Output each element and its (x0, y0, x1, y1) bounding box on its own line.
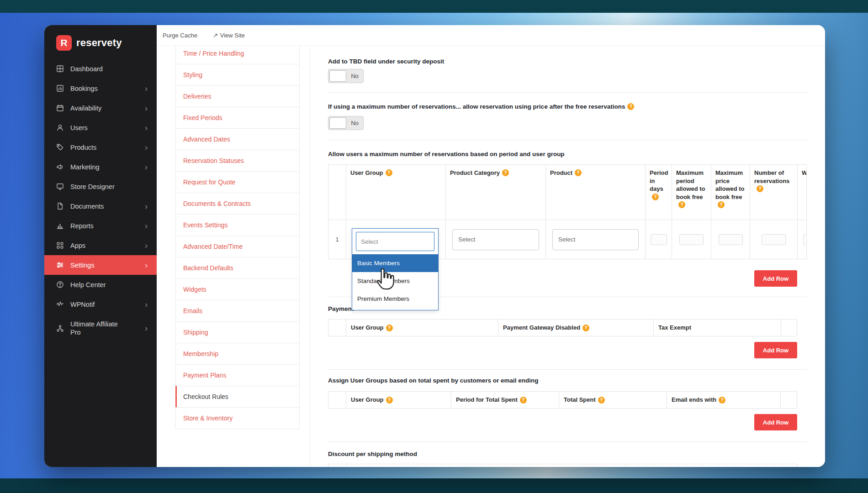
body-row: Time / Price Handling Styling Deliveries… (157, 46, 825, 467)
settings-menu-item-fixed-periods[interactable]: Fixed Periods (175, 107, 300, 129)
purge-cache-link[interactable]: Purge Cache (163, 32, 197, 39)
number-of-reservations-cell (750, 220, 797, 259)
header-cell-product-category: Product Category? (445, 165, 545, 220)
add-row-button[interactable]: Add Row (754, 342, 797, 358)
settings-menu-item-advanced-date-time[interactable]: Advanced Date/Time (175, 236, 300, 257)
sidebar-item-store-designer[interactable]: Store Designer (44, 177, 157, 196)
help-icon[interactable]: ? (757, 185, 763, 192)
documents-icon (56, 202, 64, 210)
header-cell-discount-amount: Discount Amount? (625, 464, 797, 467)
settings-menu-item-payment-plans[interactable]: Payment Plans (175, 364, 300, 386)
settings-menu-item-styling[interactable]: Styling (175, 64, 300, 86)
settings-menu-item-deliveries[interactable]: Deliveries (175, 85, 300, 107)
settings-menu-item-request-for-quote[interactable]: Request for Quote (175, 171, 300, 193)
sidebar-item-apps[interactable]: Apps › (44, 236, 157, 255)
free-reservations-heading: If using a maximum number of reservation… (328, 103, 807, 110)
sidebar-item-label: Dashboard (70, 65, 103, 73)
view-site-label: View Site (220, 32, 245, 39)
truncated-input[interactable] (803, 234, 806, 245)
help-icon[interactable]: ? (520, 397, 527, 404)
settings-menu-item-time-price-handling[interactable]: Time / Price Handling (175, 46, 300, 64)
discount-shipping-heading: Discount per shipping method (328, 450, 807, 458)
sidebar-item-help-center[interactable]: Help Center (44, 275, 157, 294)
chevron-right-icon: › (145, 163, 148, 171)
max-period-input[interactable] (679, 234, 704, 245)
add-row-button[interactable]: Add Row (754, 270, 797, 287)
sidebar-item-products[interactable]: Products › (44, 137, 157, 157)
help-icon[interactable]: ? (627, 103, 634, 110)
add-row-button[interactable]: Add Row (754, 414, 797, 430)
sidebar-item-wpnotif[interactable]: WPNotif › (44, 294, 157, 314)
chevron-right-icon: › (145, 202, 148, 210)
period-in-days-cell (645, 220, 672, 259)
view-site-link[interactable]: ↗ View Site (213, 32, 245, 39)
toggle-knob (329, 117, 346, 129)
help-icon[interactable]: ? (718, 201, 725, 208)
settings-menu-item-membership[interactable]: Membership (175, 343, 300, 365)
user-group-dropdown-search[interactable]: Select (356, 232, 434, 251)
header-cell (328, 165, 346, 220)
sidebar-item-availability[interactable]: Availability › (44, 98, 157, 118)
sidebar-item-users[interactable]: Users › (44, 118, 157, 137)
settings-menu-item-checkout-rules[interactable]: Checkout Rules (175, 386, 300, 408)
header-cell-period-for-total-spent: Period for Total Spent? (451, 392, 559, 408)
mouse-cursor-icon (374, 268, 395, 291)
tbd-toggle[interactable]: No (328, 69, 364, 83)
help-icon[interactable]: ? (719, 397, 725, 404)
product-select[interactable]: Select (552, 229, 639, 250)
sidebar-item-documents[interactable]: Documents › (44, 196, 157, 216)
divider (328, 140, 807, 140)
chevron-right-icon: › (145, 324, 148, 332)
settings-menu-item-store-inventory[interactable]: Store & Inventory (175, 407, 300, 429)
help-icon[interactable]: ? (502, 169, 509, 176)
settings-menu-item-documents-contracts[interactable]: Documents & Contracts (175, 193, 300, 215)
settings-menu-item-shipping[interactable]: Shipping (175, 321, 300, 343)
desktop-bottom-band (0, 478, 868, 493)
help-icon[interactable]: ? (678, 201, 685, 208)
help-icon[interactable]: ? (386, 397, 393, 404)
dropdown-option-premium-members[interactable]: Premium Members (352, 290, 438, 308)
dropdown-option-basic-members[interactable]: Basic Members (352, 254, 438, 272)
select-placeholder: Select (558, 236, 576, 243)
logo[interactable]: R reservety (56, 35, 157, 51)
users-icon (56, 124, 64, 131)
product-category-select[interactable]: Select (452, 229, 539, 250)
header-cell (328, 464, 346, 467)
sidebar-item-ultimate-affiliate-pro[interactable]: Ultimate Affiliate Pro › (44, 314, 157, 342)
settings-menu-item-reservation-statuses[interactable]: Reservation Statuses (175, 150, 300, 172)
help-icon[interactable]: ? (575, 169, 582, 176)
header-cell-user-group: User Group? (346, 165, 445, 220)
settings-menu-item-backend-defaults[interactable]: Backend Defaults (175, 257, 300, 279)
chevron-right-icon: › (145, 143, 148, 152)
settings-menu-item-advanced-dates[interactable]: Advanced Dates (175, 128, 300, 150)
sidebar-item-settings[interactable]: Settings › (44, 255, 157, 275)
chevron-right-icon: › (145, 222, 148, 230)
settings-menu-item-events-settings[interactable]: Events Settings (175, 214, 300, 236)
help-icon[interactable]: ? (652, 194, 659, 200)
logo-letter: R (60, 37, 67, 48)
dropdown-option-standard-members[interactable]: Standard Members (352, 272, 438, 290)
settings-menu-item-widgets[interactable]: Widgets (175, 278, 300, 300)
free-reservations-toggle[interactable]: No (328, 116, 364, 130)
header-cell (328, 320, 346, 336)
help-icon[interactable]: ? (386, 169, 392, 176)
settings-menu-item-emails[interactable]: Emails (175, 300, 300, 322)
sidebar-item-dashboard[interactable]: Dashboard (44, 59, 157, 79)
header-cell-max-period: Maximum period allowed to book free? (672, 165, 711, 220)
max-price-input[interactable] (719, 234, 743, 245)
sidebar-item-bookings[interactable]: Bookings › (44, 79, 157, 98)
sidebar-item-marketing[interactable]: Marketing › (44, 157, 157, 177)
sidebar-item-reports[interactable]: Reports › (44, 216, 157, 236)
help-icon[interactable]: ? (582, 325, 589, 331)
period-in-days-input[interactable] (651, 234, 667, 245)
sidebar-item-label: Apps (70, 242, 85, 249)
header-cell-payment-gateway-disabled: Payment Gateway Disabled? (498, 320, 653, 336)
help-icon[interactable]: ? (386, 325, 393, 331)
discount-shipping-table: Shipping Method? Discount Amount? (328, 464, 797, 467)
assign-user-groups-heading: Assign User Groups based on total spent … (328, 377, 807, 384)
sidebar-item-label: Bookings (70, 85, 98, 92)
help-icon[interactable]: ? (598, 397, 605, 404)
number-of-reservations-input[interactable] (762, 234, 786, 245)
header-cell-shipping-method: Shipping Method? (346, 464, 625, 467)
chevron-right-icon: › (145, 261, 148, 269)
